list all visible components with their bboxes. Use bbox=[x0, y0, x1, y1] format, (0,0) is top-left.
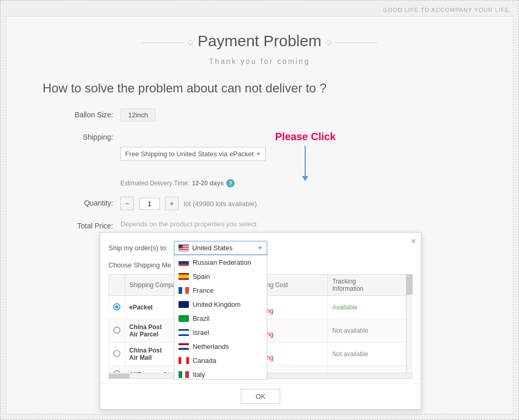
ship-to-row: Ship my order(s) to: United States ▼ Rus… bbox=[108, 241, 413, 255]
tracking-value-china-air-parcel: Not available bbox=[332, 327, 368, 334]
header-decoration: Payment Problem bbox=[32, 32, 487, 53]
brand-tagline: GOOD LIFE TO ACCOMPANY YOUR LIFE bbox=[383, 7, 509, 13]
company-name-china-air-mail: China PostAir Mail bbox=[129, 347, 162, 361]
country-name-it: Italy bbox=[193, 371, 205, 378]
tracking-epacket: Available bbox=[328, 296, 406, 319]
scroll-thumb-right[interactable] bbox=[406, 274, 413, 295]
radio-china-air-parcel[interactable] bbox=[113, 327, 120, 334]
shipping-select-row: Free Shipping to United States via ePack… bbox=[120, 131, 487, 177]
balloon-size-value: 12inch bbox=[120, 109, 487, 121]
row-radio-cell-2[interactable] bbox=[109, 319, 125, 343]
gb-flag-icon bbox=[179, 301, 189, 308]
th-tracking: TrackingInformation bbox=[328, 275, 406, 296]
balloon-size-row: Ballon Size: 12inch bbox=[63, 109, 487, 121]
il-flag-icon bbox=[179, 329, 189, 336]
it-flag-icon bbox=[179, 371, 189, 378]
ca-flag-icon bbox=[179, 357, 189, 364]
shipping-label: Shipping: bbox=[63, 131, 120, 141]
header-line-left bbox=[142, 43, 183, 43]
country-item-gb[interactable]: United Kingdom bbox=[174, 297, 267, 311]
shipping-value-container: Free Shipping to United States via ePack… bbox=[120, 131, 487, 187]
tracking-value-epacket: Available bbox=[332, 304, 357, 311]
country-item-es[interactable]: Spain bbox=[174, 269, 267, 283]
quantity-label: Quantity: bbox=[63, 197, 120, 207]
company-name-china-air-parcel: China PostAir Parcel bbox=[129, 323, 162, 338]
country-item-br[interactable]: Brazil bbox=[174, 311, 267, 326]
country-item-ca[interactable]: Canada bbox=[174, 354, 267, 368]
quantity-decrease-button[interactable]: − bbox=[120, 197, 134, 210]
country-dropdown-list: Russian Federation Spain France bbox=[174, 255, 267, 380]
row-radio-cell[interactable] bbox=[109, 296, 125, 319]
country-name-es: Spain bbox=[193, 273, 210, 280]
shipping-modal: × Ship my order(s) to: United States ▼ bbox=[100, 232, 421, 410]
country-item-ru[interactable]: Russian Federation bbox=[174, 255, 267, 269]
header-diamond-right bbox=[326, 39, 332, 45]
total-price-value: Depends on the product properties you se… bbox=[120, 220, 256, 228]
page-header: Payment Problem Thank you for coming bbox=[32, 32, 487, 65]
row-radio-cell-4[interactable] bbox=[109, 366, 125, 373]
modal-footer: OK bbox=[100, 383, 421, 409]
country-item-il[interactable]: Israel bbox=[174, 326, 267, 340]
country-item-fr[interactable]: France bbox=[174, 283, 267, 297]
total-price-value-container: Depends on the product properties you se… bbox=[120, 220, 487, 228]
shipping-dropdown-text: Free Shipping to United States via ePack… bbox=[125, 150, 254, 158]
country-select-box[interactable]: United States ▼ bbox=[174, 241, 267, 255]
balloon-size-label: Ballon Size: bbox=[63, 109, 120, 119]
country-item-nl[interactable]: Netherlands bbox=[174, 340, 267, 354]
page-title: Payment Problem bbox=[198, 32, 321, 50]
selected-country-text: United States bbox=[192, 244, 233, 252]
page-subtitle: Thank you for coming bbox=[32, 57, 487, 65]
ship-to-label: Ship my order(s) to: bbox=[108, 244, 168, 252]
country-select-container: United States ▼ Russian Federation S bbox=[174, 241, 267, 255]
es-flag-icon bbox=[179, 273, 189, 280]
horizontal-scrollbar-thumb[interactable] bbox=[109, 374, 130, 378]
row-radio-cell-3[interactable] bbox=[109, 343, 125, 366]
total-price-row: Total Price: Depends on the product prop… bbox=[63, 220, 487, 230]
country-name-il: Israel bbox=[193, 329, 209, 336]
country-name-gb: United Kingdom bbox=[193, 301, 241, 308]
country-name-nl: Netherlands bbox=[193, 343, 229, 350]
country-name-ru: Russian Federation bbox=[193, 259, 251, 266]
quantity-value-container: − + lot (49980 lots available) bbox=[120, 197, 487, 210]
us-flag-icon bbox=[179, 245, 189, 251]
country-name-fr: France bbox=[193, 287, 213, 294]
br-flag-icon bbox=[179, 315, 189, 322]
quantity-available: lot (49980 lots available) bbox=[184, 200, 257, 208]
outer-frame: GOOD LIFE TO ACCOMPANY YOUR LIFE Payment… bbox=[0, 0, 519, 420]
arrow-down-icon bbox=[305, 146, 306, 177]
total-price-label: Total Price: bbox=[63, 220, 120, 230]
header-diamond-left bbox=[187, 39, 193, 45]
quantity-controls: − + lot (49980 lots available) bbox=[120, 197, 487, 210]
delivery-time-value: 12-20 days bbox=[192, 180, 224, 187]
question-title: How to solve the problem about can not d… bbox=[32, 81, 487, 96]
modal-close-button[interactable]: × bbox=[411, 237, 416, 246]
radio-epacket[interactable] bbox=[113, 303, 120, 310]
balloon-size-badge: 12inch bbox=[120, 109, 156, 121]
please-click-label: Please Click bbox=[275, 131, 336, 143]
shipping-dropdown[interactable]: Free Shipping to United States via ePack… bbox=[120, 147, 266, 161]
inner-frame: Payment Problem Thank you for coming How… bbox=[6, 16, 513, 414]
th-radio bbox=[109, 275, 125, 296]
tracking-aliexpress bbox=[328, 366, 406, 373]
country-name-br: Brazil bbox=[193, 315, 210, 322]
shipping-dropdown-arrow: ▼ bbox=[256, 151, 261, 157]
nl-flag-icon bbox=[179, 343, 189, 350]
quantity-increase-button[interactable]: + bbox=[165, 197, 179, 210]
header-line-right bbox=[336, 43, 377, 43]
tracking-china-air-parcel: Not available bbox=[328, 319, 406, 343]
form-section: Ballon Size: 12inch Shipping: Free Shipp… bbox=[32, 109, 487, 230]
arrow-annotation: Please Click bbox=[275, 131, 336, 177]
scroll-track-right[interactable] bbox=[406, 274, 413, 373]
shipping-row: Shipping: Free Shipping to United States… bbox=[63, 131, 487, 187]
radio-china-air-mail[interactable] bbox=[113, 350, 120, 357]
ok-button[interactable]: OK bbox=[241, 389, 281, 404]
delivery-time-label: Estimated Delivery Time: bbox=[120, 180, 189, 187]
country-item-it[interactable]: Italy bbox=[174, 368, 267, 380]
ru-flag-icon bbox=[179, 259, 189, 266]
country-dropdown-arrow: ▼ bbox=[257, 245, 263, 251]
modal-body: Ship my order(s) to: United States ▼ Rus… bbox=[100, 233, 421, 383]
quantity-input[interactable] bbox=[139, 198, 160, 210]
tracking-china-air-mail: Not available bbox=[328, 343, 406, 366]
company-name-epacket: ePacket bbox=[129, 304, 153, 311]
help-icon[interactable]: ? bbox=[226, 179, 235, 187]
